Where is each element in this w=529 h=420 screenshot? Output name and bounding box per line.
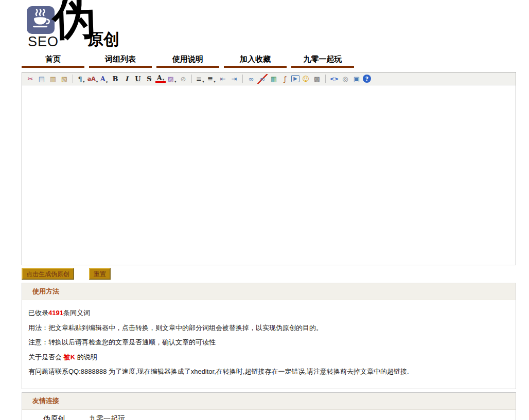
editor-body[interactable] [22,85,516,265]
media-icon[interactable]: ▶ [291,75,299,82]
table-icon[interactable]: ▩ [312,74,322,84]
fullscreen-icon[interactable]: ▣ [351,74,362,84]
friend-links-panel: 友情连接 伪原创 九零一起玩 [22,392,516,420]
tab-home[interactable]: 首页 [22,53,84,68]
logo-calligraphy-sub: 原创 [87,29,119,50]
bold-icon[interactable]: B [110,74,120,84]
about-icon[interactable]: ? [363,75,371,83]
usage-line-contact: 有问题请联系QQ:8888888 为了速度,现在编辑器换成了xheditor,在… [28,368,508,376]
bek-highlight: 被K [64,353,75,361]
emoticon-icon[interactable]: ☺ [301,74,311,84]
underline-icon[interactable]: U [133,74,143,84]
image-icon[interactable]: ▦ [269,74,279,84]
usage-line-synonym-count: 已收录4191条同义词 [28,309,508,317]
usage-panel-body: 已收录4191条同义词 用法：把文章粘贴到编辑器中，点击转换，则文章中的部分词组… [22,300,516,389]
font-size-icon[interactable]: A [99,74,109,84]
preview-icon[interactable]: ◎ [340,74,350,84]
source-icon[interactable]: <> [329,74,339,84]
paste-text-icon[interactable]: ▧ [59,74,69,84]
usage-line-bek: 关于是否会 被K 的说明 [28,353,508,361]
toolbar-separator [73,75,73,83]
usage-line1-post: 条同义词 [63,309,90,317]
paste-icon[interactable]: ▥ [48,74,58,84]
link-icon[interactable]: ∞ [246,74,256,84]
indent-icon[interactable]: ⇥ [229,74,239,84]
outdent-icon[interactable]: ⇤ [218,74,228,84]
reset-button[interactable]: 重置 [89,268,111,280]
coffee-cup-icon [30,8,51,32]
site-logo[interactable] [27,6,55,34]
unlink-icon[interactable]: ∞ [257,74,268,84]
toolbar-separator [242,75,243,83]
flash-icon[interactable]: ƒ [280,74,290,84]
usage-line-howto: 用法：把文章粘贴到编辑器中，点击转换，则文章中的部分词组会被替换掉，以实现伪原创… [28,324,508,332]
usage-line4-pre: 关于是否会 [28,353,64,361]
main-nav: 首页 词组列表 使用说明 加入收藏 九零一起玩 [22,53,529,68]
site-header: SEO 伪 原创 [0,0,529,53]
rich-text-editor: ✂▤▥▧¶aAABIUSA▨⊘≡≣⇤⇥∞∞▦ƒ▶☺▩<>◎▣? [22,72,516,265]
usage-panel: 使用方法 已收录4191条同义词 用法：把文章粘贴到编辑器中，点击转换，则文章中… [22,283,516,389]
list-icon[interactable]: ≣ [206,74,217,84]
copy-icon[interactable]: ▤ [37,74,47,84]
remove-format-icon[interactable]: ⊘ [178,74,188,84]
friend-link-90-play[interactable]: 九零一起玩 [83,414,131,420]
usage-line1-pre: 已收录 [28,309,48,317]
cut-icon[interactable]: ✂ [25,74,36,84]
font-color-icon[interactable]: A [155,75,166,83]
blocktag-icon[interactable]: ¶ [76,74,86,84]
editor-toolbar: ✂▤▥▧¶aAABIUSA▨⊘≡≣⇤⇥∞∞▦ƒ▶☺▩<>◎▣? [22,72,516,85]
toolbar-separator [191,75,192,83]
tab-instructions[interactable]: 使用说明 [156,53,219,68]
synonym-count: 4191 [48,309,63,317]
tab-phrase-list[interactable]: 词组列表 [89,53,152,68]
friend-links-row: 伪原创 九零一起玩 [22,410,516,420]
friend-link-weiyuanchuang[interactable]: 伪原创 [30,414,78,420]
font-family-icon[interactable]: aA [87,74,98,84]
italic-icon[interactable]: I [121,74,132,84]
actions-row: 点击生成伪原创 重置 [22,268,516,280]
usage-line-notice: 注意：转换以后请再检查您的文章是否通顺，确认文章的可读性 [28,338,508,346]
align-icon[interactable]: ≡ [195,74,205,84]
usage-panel-title: 使用方法 [22,283,516,300]
strikethrough-icon[interactable]: S [144,74,154,84]
tab-add-favorite[interactable]: 加入收藏 [224,53,287,68]
tab-90-play[interactable]: 九零一起玩 [291,53,354,68]
friend-links-title: 友情连接 [22,393,516,410]
usage-line4-post: 的说明 [75,353,97,361]
generate-button[interactable]: 点击生成伪原创 [22,268,74,280]
toolbar-separator [325,75,326,83]
back-color-icon[interactable]: ▨ [167,74,177,84]
